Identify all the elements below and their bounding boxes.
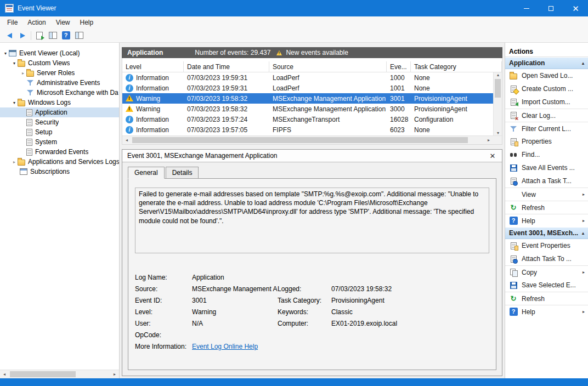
action-attach-task[interactable]: Attach a Task T... (505, 174, 588, 188)
field-label: Level: (135, 306, 192, 318)
minimize-button[interactable] (514, 0, 539, 16)
scroll-up-icon[interactable] (494, 72, 502, 77)
field-value: Application (192, 272, 278, 283)
action-attach-task-to-event[interactable]: Attach Task To ... (505, 252, 588, 265)
field-label: Source: (135, 283, 192, 295)
event-list: Level Date and Time Source Eve... Task C… (122, 58, 502, 145)
action-find[interactable]: Find... (505, 148, 588, 161)
scroll-down-icon[interactable] (494, 130, 502, 135)
field-value: 3001 (192, 295, 278, 306)
action-save-selected-events[interactable]: Save Selected E... (505, 279, 588, 292)
close-button[interactable]: ✕ (563, 0, 588, 16)
tree-item-event-viewer-local[interactable]: Event Viewer (Local) (0, 48, 119, 58)
action-copy[interactable]: Copy (505, 265, 588, 279)
column-source[interactable]: Source (269, 61, 387, 72)
chevron-expanded-icon[interactable] (11, 61, 18, 66)
scroll-left-icon[interactable] (0, 370, 9, 378)
action-view[interactable]: View (505, 188, 588, 201)
tab-general[interactable]: General (128, 167, 165, 179)
preview-splitter[interactable] (122, 145, 502, 149)
chevron-collapsed-icon[interactable] (11, 160, 18, 164)
event-row-1[interactable]: Information 07/03/2023 19:59:31 LoadPerf… (122, 83, 493, 93)
chevron-expanded-icon[interactable] (2, 51, 9, 56)
actions-section-event[interactable]: Event 3001, MSExch... (505, 227, 588, 239)
event-description[interactable]: Failed to generate e-mail addresses base… (135, 188, 489, 253)
event-row-2-selected[interactable]: Warning 07/03/2023 19:58:32 MSExchange M… (122, 93, 493, 104)
tree-item-setup[interactable]: Setup (0, 127, 119, 137)
event-list-vertical-scrollbar[interactable] (493, 72, 502, 135)
action-filter-current-log[interactable]: Filter Current L... (505, 122, 588, 135)
action-help[interactable]: Help (505, 214, 588, 227)
tree-item-security[interactable]: Security (0, 117, 119, 127)
general-tab-panel: Failed to generate e-mail addresses base… (128, 178, 496, 370)
column-date-time[interactable]: Date and Time (184, 61, 269, 72)
action-properties[interactable]: Properties (505, 135, 588, 148)
collapse-section-icon[interactable] (582, 61, 584, 66)
menu-file[interactable]: File (2, 16, 22, 29)
actions-section-application[interactable]: Application (505, 57, 588, 69)
tree-item-windows-logs[interactable]: Windows Logs (0, 98, 119, 107)
tab-details[interactable]: Details (166, 167, 199, 179)
action-refresh-event[interactable]: Refresh (505, 292, 588, 305)
action-help-event[interactable]: Help (505, 305, 588, 318)
forward-arrow-icon[interactable] (18, 31, 27, 41)
action-save-all-events[interactable]: Save All Events ... (505, 161, 588, 174)
back-arrow-icon[interactable] (4, 31, 14, 41)
scroll-right-icon[interactable] (110, 370, 119, 378)
event-log-online-help-link[interactable]: Event Log Online Help (192, 343, 258, 350)
menu-view[interactable]: View (51, 16, 75, 29)
event-fields: Log Name: Application Source: MSExchange… (135, 272, 489, 353)
tree-item-subscriptions[interactable]: Subscriptions (0, 167, 119, 177)
scrollbar-thumb[interactable] (495, 79, 501, 98)
event-row-3[interactable]: Warning 07/03/2023 19:58:32 MSExchange M… (122, 104, 493, 114)
tree-item-microsoft-exchange[interactable]: Microsoft Exchange with Da (0, 88, 119, 98)
console-tree-panel: Event Viewer (Local) Custom Views Server… (0, 43, 120, 378)
action-import-custom-view[interactable]: Import Custom... (505, 95, 588, 109)
maximize-button[interactable] (539, 0, 563, 16)
chevron-expanded-icon[interactable] (11, 100, 18, 105)
column-event-id[interactable]: Eve... (387, 61, 411, 72)
chevron-collapsed-icon[interactable] (20, 71, 26, 76)
actions-panel: Actions Application Open Saved Lo... Cre… (505, 43, 588, 378)
column-level[interactable]: Level (122, 61, 184, 72)
action-clear-log[interactable]: Clear Log... (505, 109, 588, 122)
menu-help[interactable]: Help (75, 16, 99, 29)
event-row-5[interactable]: Information 07/03/2023 19:57:05 FIPFS 60… (122, 124, 493, 135)
tree-horizontal-scrollbar[interactable] (0, 370, 119, 378)
console-tree-icon[interactable] (48, 31, 58, 41)
event-row-0[interactable]: Information 07/03/2023 19:59:31 LoadPerf… (122, 72, 493, 83)
column-task-category[interactable]: Task Category (411, 61, 502, 72)
menu-action[interactable]: Action (22, 16, 50, 29)
action-label: Refresh (522, 204, 545, 212)
tree-item-label: System (35, 138, 57, 146)
export-icon[interactable] (35, 31, 44, 41)
collapse-section-icon[interactable] (582, 231, 584, 236)
tree-item-server-roles[interactable]: Server Roles (0, 68, 119, 78)
cell-datetime: 07/03/2023 19:57:05 (184, 126, 269, 134)
tree-item-custom-views[interactable]: Custom Views (0, 58, 119, 68)
tree-item-administrative-events[interactable]: Administrative Events (0, 78, 119, 88)
tree-item-label: Subscriptions (30, 168, 70, 175)
event-list-horizontal-scrollbar[interactable] (122, 135, 502, 144)
scrollbar-thumb[interactable] (10, 371, 76, 377)
tree-item-application[interactable]: Application (0, 107, 119, 117)
action-event-properties[interactable]: Event Properties (505, 239, 588, 252)
window-bottom-border (0, 378, 588, 386)
tree-item-system[interactable]: System (0, 137, 119, 147)
scrollbar-thumb[interactable] (132, 137, 468, 143)
tree-item-forwarded-events[interactable]: Forwarded Events (0, 147, 119, 157)
event-row-4[interactable]: Information 07/03/2023 19:57:24 MSExchan… (122, 114, 493, 124)
action-open-saved-log[interactable]: Open Saved Lo... (505, 69, 588, 82)
action-create-custom-view[interactable]: Create Custom ... (505, 82, 588, 95)
tree-item-label: Applications and Services Logs (28, 158, 119, 166)
scroll-left-icon[interactable] (122, 136, 131, 144)
scroll-right-icon[interactable] (484, 136, 493, 144)
tree-item-applications-and-services-logs[interactable]: Applications and Services Logs (0, 157, 119, 167)
field-label: More Information: (135, 341, 192, 353)
help-icon[interactable] (61, 31, 71, 41)
action-refresh[interactable]: Refresh (505, 201, 588, 214)
action-pane-icon[interactable] (74, 31, 84, 41)
close-preview-icon[interactable]: ✕ (488, 151, 497, 160)
field-value: Classic (331, 306, 489, 318)
cell-task-category: Configuration (411, 116, 493, 123)
